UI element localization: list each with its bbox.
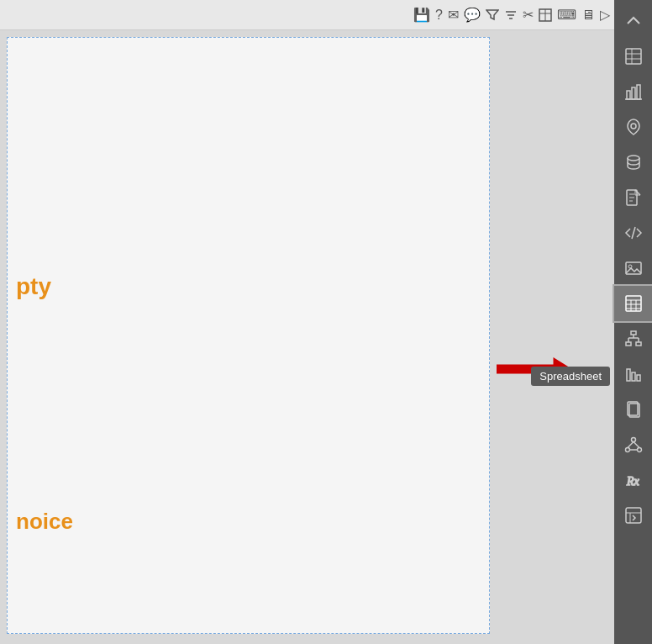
column-chart-button[interactable] xyxy=(614,356,652,392)
svg-line-45 xyxy=(634,442,639,448)
svg-rect-6 xyxy=(626,49,641,64)
data-button[interactable] xyxy=(614,145,652,180)
page-button[interactable] xyxy=(614,392,652,427)
svg-line-44 xyxy=(628,442,634,448)
table-icon[interactable] xyxy=(539,8,552,23)
main-area: pty noice xyxy=(0,30,614,644)
hierarchy-button[interactable] xyxy=(614,321,652,356)
svg-rect-31 xyxy=(636,342,641,346)
svg-rect-12 xyxy=(637,85,640,99)
data2-button[interactable] xyxy=(614,498,652,533)
play-icon[interactable]: ▷ xyxy=(600,7,610,23)
filter-funnel-icon[interactable] xyxy=(486,8,499,23)
terminal-icon[interactable]: ⌨ xyxy=(557,7,576,23)
svg-rect-37 xyxy=(632,372,635,381)
svg-rect-21 xyxy=(626,262,641,274)
svg-line-20 xyxy=(632,227,635,239)
network-button[interactable] xyxy=(614,427,652,462)
svg-rect-11 xyxy=(632,87,635,99)
orange-text-top: pty xyxy=(16,273,51,300)
document-canvas: pty noice xyxy=(7,37,490,634)
orange-text-bottom: noice xyxy=(16,509,73,535)
svg-point-15 xyxy=(628,156,639,161)
rx-button[interactable]: Rx xyxy=(614,462,652,498)
svg-point-43 xyxy=(637,448,641,452)
svg-point-42 xyxy=(625,448,629,452)
bar-chart-button[interactable] xyxy=(614,74,652,109)
map-button[interactable] xyxy=(614,109,652,145)
chat-icon[interactable]: 💬 xyxy=(464,7,481,23)
svg-rect-36 xyxy=(627,369,630,381)
mail-icon[interactable]: ✉ xyxy=(448,7,459,23)
svg-rect-38 xyxy=(637,375,640,381)
table-view-button[interactable] xyxy=(614,39,652,74)
monitor-icon[interactable]: 🖥 xyxy=(581,8,595,23)
scroll-top-button[interactable] xyxy=(614,3,652,39)
scissors-icon[interactable]: ✂ xyxy=(523,7,534,23)
image-button[interactable] xyxy=(614,251,652,286)
top-toolbar: 💾 ? ✉ 💬 ✂ ⌨ 🖥 ▷ xyxy=(0,0,652,30)
spreadsheet-button[interactable] xyxy=(614,286,652,321)
svg-text:Rx: Rx xyxy=(626,475,640,488)
text-doc-button[interactable] xyxy=(614,180,652,215)
svg-rect-30 xyxy=(626,342,631,346)
svg-rect-10 xyxy=(627,91,630,99)
filter-icon[interactable] xyxy=(504,8,518,23)
code-button[interactable] xyxy=(614,215,652,251)
svg-point-41 xyxy=(631,438,635,442)
right-sidebar: Rx xyxy=(614,0,652,644)
svg-point-14 xyxy=(631,124,636,129)
help-icon[interactable]: ? xyxy=(435,8,443,23)
save-icon[interactable]: 💾 xyxy=(413,7,430,23)
svg-rect-29 xyxy=(631,331,636,335)
